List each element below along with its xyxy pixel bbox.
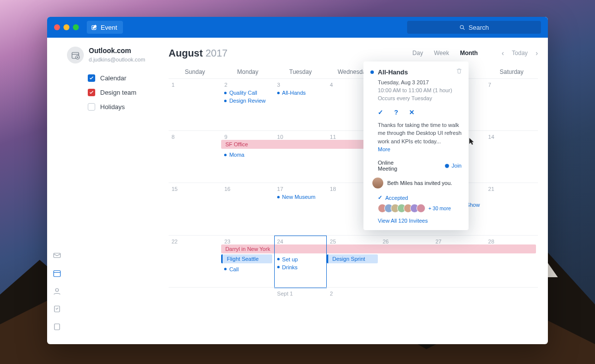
calendar-event[interactable]: Design Review	[224, 98, 271, 104]
day-cell[interactable]: 2Quality CallDesign Review	[221, 79, 274, 130]
maximize-window-button[interactable]	[73, 24, 79, 30]
day-cell[interactable]: 10	[274, 131, 327, 182]
close-window-button[interactable]	[54, 24, 60, 30]
day-cell[interactable]	[432, 288, 485, 339]
day-cell[interactable]: 16	[221, 183, 274, 235]
account-header[interactable]: Outlook.com d.judkins@outlook.com	[67, 47, 164, 63]
day-cell[interactable]: 8	[169, 131, 221, 182]
day-number: 28	[488, 239, 535, 244]
day-cell[interactable]: 2	[327, 288, 379, 339]
day-number: 9	[224, 134, 271, 140]
notes-icon[interactable]	[53, 322, 61, 331]
calendar-event[interactable]: Call	[224, 266, 271, 272]
calendar-event[interactable]: All-Hands	[277, 90, 324, 96]
calendar-toggle[interactable]: Calendar	[88, 74, 164, 82]
day-cell[interactable]	[221, 288, 274, 339]
tentative-button[interactable]: ?	[394, 109, 398, 116]
calendar-label: Holidays	[100, 103, 125, 111]
day-cell[interactable]: 7	[485, 79, 538, 130]
calendar-toggle[interactable]: Holidays	[88, 103, 164, 111]
svg-rect-3	[54, 253, 60, 258]
calendar-main: August 2017 Day Week Month ‹ Today › Sun…	[169, 38, 548, 344]
checkbox-icon	[88, 74, 95, 82]
calendar-list: CalendarDesign teamHolidays	[88, 74, 164, 111]
period-year: 2017	[205, 48, 228, 59]
day-cell[interactable]: 9Moma	[221, 131, 274, 182]
day-cell[interactable]: 27	[432, 236, 485, 287]
calendar-header: August 2017 Day Week Month ‹ Today ›	[169, 45, 538, 61]
day-number: 23	[224, 239, 271, 244]
popover-time: 10:00 AM to 11:00 AM (1 hour)	[378, 87, 462, 95]
new-event-button[interactable]: Event	[87, 21, 123, 34]
day-cell[interactable]: Sept 1	[274, 288, 327, 339]
view-day[interactable]: Day	[413, 50, 423, 57]
calendar-event[interactable]: Quality Call	[224, 90, 271, 96]
event-popover: All-Hands Tuesday, Aug 3 2017 10:00 AM t…	[363, 61, 469, 230]
today-button[interactable]: Today	[512, 50, 528, 57]
attendee-more[interactable]: + 30 more	[428, 206, 451, 211]
day-cell[interactable]: 14	[485, 131, 538, 182]
all-day-event[interactable]: Design Sprint	[327, 254, 377, 263]
view-week[interactable]: Week	[434, 50, 449, 57]
weekday-header: SundayMondayTuesdayWednesdayThursdayFrid…	[169, 65, 538, 78]
view-month[interactable]: Month	[460, 50, 478, 57]
week-row: 2223Call24Set upDrinks25262728Darryl in …	[169, 235, 538, 287]
day-number: 2	[224, 82, 271, 88]
join-meeting-button[interactable]: Join	[444, 163, 462, 169]
day-number: Sept 1	[277, 291, 324, 297]
inviter-avatar	[372, 178, 383, 188]
day-number: 21	[488, 186, 535, 192]
day-cell[interactable]	[485, 288, 538, 339]
weekday-label: Saturday	[485, 68, 538, 75]
skype-icon	[444, 163, 450, 169]
period-month: August	[169, 48, 203, 59]
description-more-link[interactable]: More	[378, 146, 390, 152]
popover-description: Thanks for taking the time to walk me th…	[378, 121, 462, 146]
all-day-event[interactable]: Flight Seattle	[221, 254, 272, 263]
all-day-event[interactable]: SF Office	[221, 140, 377, 149]
nav-rail	[47, 38, 67, 344]
inviter-row: Beth Miles has invited you.	[372, 178, 462, 188]
calendar-event[interactable]: New Museum	[277, 194, 324, 200]
day-number: 2	[330, 291, 376, 297]
day-cell[interactable]: 21	[485, 183, 538, 235]
calendar-event[interactable]: Drinks	[277, 264, 324, 270]
decline-button[interactable]: ✕	[409, 109, 415, 116]
mail-icon[interactable]	[53, 251, 61, 260]
search-field[interactable]: Search	[407, 21, 541, 34]
prev-period-button[interactable]: ‹	[502, 49, 504, 57]
day-cell[interactable]: 3All-Hands	[274, 79, 327, 130]
people-icon[interactable]	[53, 287, 61, 296]
checkbox-icon	[88, 103, 95, 111]
day-cell[interactable]: 26	[380, 236, 432, 287]
calendar-icon[interactable]	[53, 269, 61, 278]
delete-event-button[interactable]	[456, 67, 463, 76]
day-cell[interactable]: 17New Museum	[274, 183, 327, 235]
all-day-event[interactable]: Darryl in New York	[221, 244, 536, 253]
calendar-toggle[interactable]: Design team	[88, 89, 164, 96]
day-cell[interactable]	[380, 288, 432, 339]
minimize-window-button[interactable]	[63, 24, 69, 30]
day-cell[interactable]: 15	[169, 183, 221, 235]
next-period-button[interactable]: ›	[536, 49, 538, 57]
week-row: 12Quality CallDesign Review3All-Hands456…	[169, 78, 538, 130]
day-cell[interactable]: 1	[169, 79, 221, 130]
new-event-label: Event	[101, 24, 117, 31]
day-number: 17	[277, 186, 324, 192]
day-cell[interactable]: 28	[485, 236, 538, 287]
compose-icon	[91, 24, 98, 31]
calendar-event[interactable]: Set up	[277, 256, 324, 262]
accept-button[interactable]: ✓	[378, 109, 383, 116]
tasks-icon[interactable]	[53, 304, 61, 313]
weekday-label: Sunday	[169, 68, 221, 75]
view-all-invitees-link[interactable]: View All 120 Invitees	[378, 218, 428, 224]
calendar-label: Design team	[100, 89, 136, 96]
day-cell[interactable]	[169, 288, 221, 339]
attendee-avatar	[416, 204, 425, 213]
day-number: 22	[172, 239, 218, 244]
day-cell[interactable]: 22	[169, 236, 221, 287]
calendar-event[interactable]: Moma	[224, 152, 271, 158]
join-label: Join	[452, 163, 462, 169]
day-cell[interactable]: 24Set upDrinks	[274, 236, 327, 287]
inviter-text: Beth Miles has invited you.	[387, 180, 452, 186]
